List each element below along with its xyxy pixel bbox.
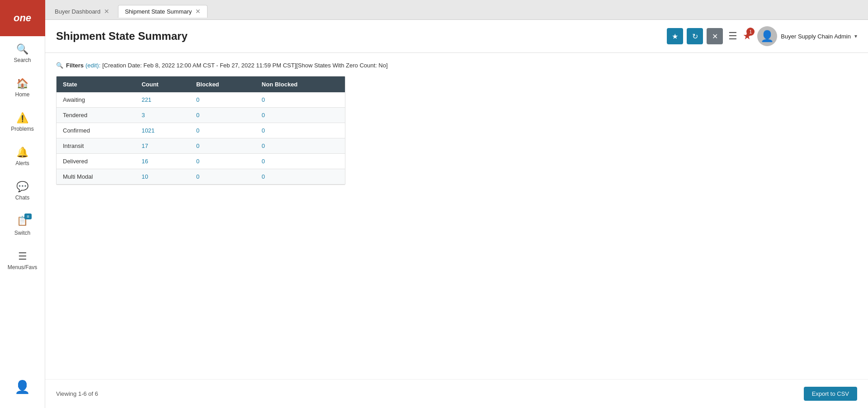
filters-bar: 🔍 Filters (edit): [Creation Date: Feb 8,… xyxy=(56,62,857,69)
page-title: Shipment State Summary xyxy=(56,30,188,43)
notification-bell[interactable]: ☰ xyxy=(728,30,737,42)
avatar-icon: 👤 xyxy=(760,30,774,43)
user-avatar-icon: 👤 xyxy=(14,380,30,394)
cell-count[interactable]: 10 xyxy=(135,169,190,185)
table-row[interactable]: Awaiting22100 xyxy=(57,92,345,108)
sidebar-label-menus: Menus/Favs xyxy=(8,264,37,270)
cell-non-blocked[interactable]: 0 xyxy=(255,92,345,108)
cell-non-blocked[interactable]: 0 xyxy=(255,169,345,185)
cell-blocked[interactable]: 0 xyxy=(190,123,255,138)
cell-count[interactable]: 16 xyxy=(135,154,190,169)
data-table-container: State Count Blocked Non Blocked Awaiting… xyxy=(56,76,345,185)
user-name: Buyer Supply Chain Admin xyxy=(781,33,851,40)
cell-blocked[interactable]: 0 xyxy=(190,169,255,185)
sidebar-label-switch: Switch xyxy=(14,230,30,236)
table-row[interactable]: Intransit1700 xyxy=(57,138,345,154)
tab-label-shipment-state-summary: Shipment State Summary xyxy=(125,8,192,15)
cell-non-blocked[interactable]: 0 xyxy=(255,123,345,138)
sidebar-item-chats[interactable]: 💬 Chats xyxy=(0,174,45,208)
table-row[interactable]: Multi Modal1000 xyxy=(57,169,345,185)
table-header-row: State Count Blocked Non Blocked xyxy=(57,76,345,92)
col-header-blocked: Blocked xyxy=(190,76,255,92)
tab-label-buyer-dashboard: Buyer Dashboard xyxy=(55,8,100,15)
cell-count[interactable]: 221 xyxy=(135,92,190,108)
cell-state: Confirmed xyxy=(57,123,135,138)
cell-blocked[interactable]: 0 xyxy=(190,138,255,154)
sidebar-label-alerts: Alerts xyxy=(15,160,29,166)
table-header: State Count Blocked Non Blocked xyxy=(57,76,345,92)
sidebar-item-home[interactable]: 🏠 Home xyxy=(0,71,45,105)
cell-non-blocked[interactable]: 0 xyxy=(255,108,345,123)
cell-count[interactable]: 3 xyxy=(135,108,190,123)
cell-blocked[interactable]: 0 xyxy=(190,154,255,169)
user-menu[interactable]: 👤 Buyer Supply Chain Admin ▾ xyxy=(757,26,857,46)
sidebar-item-user-avatar[interactable]: 👤 xyxy=(0,372,45,403)
cell-state: Tendered xyxy=(57,108,135,123)
tab-close-buyer-dashboard[interactable]: ✕ xyxy=(104,8,109,14)
cell-state: Awaiting xyxy=(57,92,135,108)
cell-non-blocked[interactable]: 0 xyxy=(255,154,345,169)
home-icon: 🏠 xyxy=(16,78,28,90)
cell-state: Intransit xyxy=(57,138,135,154)
sidebar-label-chats: Chats xyxy=(15,195,29,201)
close-button[interactable]: ✕ xyxy=(707,28,723,44)
sidebar-item-alerts[interactable]: 🔔 Alerts xyxy=(0,139,45,174)
cell-non-blocked[interactable]: 0 xyxy=(255,138,345,154)
tab-shipment-state-summary[interactable]: Shipment State Summary ✕ xyxy=(118,5,208,18)
cell-state: Delivered xyxy=(57,154,135,169)
shipment-state-table: State Count Blocked Non Blocked Awaiting… xyxy=(57,76,345,185)
col-header-count: Count xyxy=(135,76,190,92)
filters-edit-link[interactable]: (edit): xyxy=(85,62,100,69)
chevron-down-icon: ▾ xyxy=(854,33,857,39)
tab-close-shipment-state-summary[interactable]: ✕ xyxy=(195,8,201,14)
bell-icon: 🔔 xyxy=(16,147,28,158)
cell-blocked[interactable]: 0 xyxy=(190,92,255,108)
filters-label: Filters xyxy=(66,62,84,69)
logo-text: one xyxy=(14,12,31,24)
content-area: 🔍 Filters (edit): [Creation Date: Feb 8,… xyxy=(45,53,868,379)
sidebar-item-switch[interactable]: 📋 ≡ Switch xyxy=(0,208,45,243)
menu-icon: ☰ xyxy=(18,251,27,262)
viewing-count: Viewing 1-6 of 6 xyxy=(56,390,98,397)
sidebar-label-problems: Problems xyxy=(11,126,34,132)
tab-bar: Buyer Dashboard ✕ Shipment State Summary… xyxy=(45,0,868,20)
col-header-state: State xyxy=(57,76,135,92)
sidebar-item-menus[interactable]: ☰ Menus/Favs xyxy=(0,243,45,278)
avatar: 👤 xyxy=(757,26,777,46)
filter-icon: 🔍 xyxy=(56,62,63,69)
notification-icon-area[interactable]: ★ 1 xyxy=(743,30,752,42)
table-row[interactable]: Delivered1600 xyxy=(57,154,345,169)
refresh-button[interactable]: ↻ xyxy=(687,28,703,44)
app-logo[interactable]: one xyxy=(0,0,45,36)
header-action-buttons: ★ ↻ ✕ xyxy=(667,28,723,44)
sidebar-item-problems[interactable]: ⚠️ Problems xyxy=(0,105,45,139)
notification-badge: 1 xyxy=(746,28,755,36)
col-header-non-blocked: Non Blocked xyxy=(255,76,345,92)
page-header: Shipment State Summary ★ ↻ ✕ ☰ ★ 1 👤 Buy… xyxy=(45,20,868,53)
warning-icon: ⚠️ xyxy=(16,112,28,124)
tab-buyer-dashboard[interactable]: Buyer Dashboard ✕ xyxy=(48,5,116,18)
export-csv-button[interactable]: Export to CSV xyxy=(804,387,857,401)
sidebar-item-search[interactable]: 🔍 Search xyxy=(0,36,45,71)
chat-icon: 💬 xyxy=(16,181,28,193)
cell-blocked[interactable]: 0 xyxy=(190,108,255,123)
search-icon: 🔍 xyxy=(16,43,28,55)
sidebar: one 🔍 Search 🏠 Home ⚠️ Problems 🔔 Alerts… xyxy=(0,0,45,408)
favorite-button[interactable]: ★ xyxy=(667,28,683,44)
table-row[interactable]: Confirmed102100 xyxy=(57,123,345,138)
sidebar-label-home: Home xyxy=(15,91,29,98)
table-body: Awaiting22100Tendered300Confirmed102100I… xyxy=(57,92,345,185)
table-row[interactable]: Tendered300 xyxy=(57,108,345,123)
main-area: Buyer Dashboard ✕ Shipment State Summary… xyxy=(45,0,868,408)
switch-badge: ≡ xyxy=(24,213,32,219)
cell-count[interactable]: 17 xyxy=(135,138,190,154)
content-footer: Viewing 1-6 of 6 Export to CSV xyxy=(45,379,868,408)
filters-text: [Creation Date: Feb 8, 2022 12:00 AM CST… xyxy=(102,62,387,69)
cell-state: Multi Modal xyxy=(57,169,135,185)
bell-icon: ☰ xyxy=(728,30,737,42)
header-right: ★ ↻ ✕ ☰ ★ 1 👤 Buyer Supply Chain Admin ▾ xyxy=(667,26,857,46)
sidebar-label-search: Search xyxy=(14,57,31,63)
cell-count[interactable]: 1021 xyxy=(135,123,190,138)
